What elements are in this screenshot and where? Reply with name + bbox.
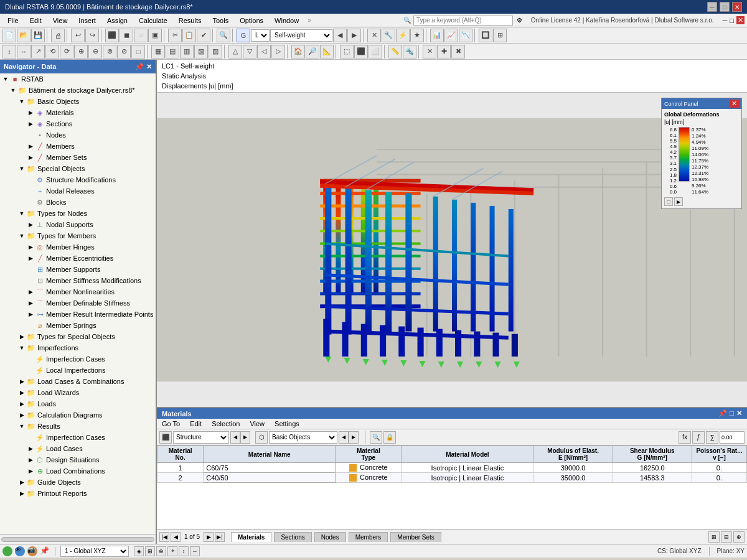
menu-results[interactable]: Results [174, 16, 207, 26]
row2-name[interactable]: C40/50 [204, 473, 336, 483]
t2-4[interactable]: ⟲ [45, 45, 59, 58]
nav-sections[interactable]: ▶ ◈ Sections [0, 118, 156, 129]
max-icon[interactable]: □ [730, 17, 734, 24]
nav-results[interactable]: ▼ 📁 Results [0, 421, 156, 432]
t2-27[interactable]: 🔩 [403, 45, 416, 58]
new-btn[interactable]: 📄 [2, 29, 16, 42]
nav-close-icon[interactable]: ✕ [146, 63, 152, 71]
nav-load-wizards[interactable]: ▶ 📁 Load Wizards [0, 387, 156, 398]
page-navigation[interactable]: |◀ ◀ 1 of 5 ▶ ▶| [159, 532, 225, 542]
viewport-3d[interactable]: Control Panel ✕ Global Deformations |u| … [157, 93, 747, 407]
mat-next2-btn[interactable]: ▶ [349, 431, 359, 444]
mat-structure-select[interactable]: Structure [173, 431, 229, 444]
nav-member-sets[interactable]: ▶ ╱ Member Sets [0, 152, 156, 163]
tb3[interactable]: ⬛ [105, 29, 119, 42]
menu-edit[interactable]: Edit [25, 16, 47, 26]
t2-25[interactable]: ⬜ [369, 45, 382, 58]
tab-nodes[interactable]: Nodes [314, 532, 346, 542]
nav-nodal-releases[interactable]: ⌁ Nodal Releases [0, 185, 156, 197]
bt-icon1[interactable]: ⊞ [708, 531, 720, 543]
tb19[interactable]: 🔲 [479, 29, 492, 42]
menu-calculate[interactable]: Calculate [134, 16, 172, 26]
nav-member-def-stiff[interactable]: ▶ ⌒ Member Definable Stiffness [0, 297, 156, 309]
t2-7[interactable]: ⊖ [88, 45, 102, 58]
nav-member-stiffness[interactable]: ⊡ Member Stiffness Modifications [0, 275, 156, 286]
nav-guide-objects[interactable]: ▶ 📁 Guide Objects [0, 477, 156, 488]
mat-lock-btn[interactable]: 🔒 [383, 431, 396, 444]
tb6[interactable]: ▣ [148, 29, 162, 42]
t2-11[interactable]: ▦ [151, 45, 165, 58]
menu-assign[interactable]: Assign [102, 16, 133, 26]
nav-local-imperf[interactable]: ⚡ Local Imperfections [0, 365, 156, 376]
search-input[interactable] [413, 16, 513, 26]
t2-1[interactable]: ↕ [2, 45, 16, 58]
menu-window[interactable]: Window [270, 16, 304, 26]
table-row[interactable]: 2 C40/50 Concrete Isotropic | Linear Ela… [157, 473, 747, 483]
nav-imperf-cases2[interactable]: ⚡ Imperfection Cases [0, 432, 156, 443]
close-icon[interactable]: ✕ [736, 16, 745, 24]
window-controls[interactable]: ─ □ ✕ [707, 2, 742, 12]
mat-filter-btn[interactable]: 🔍 [370, 431, 382, 444]
nav-member-hinges[interactable]: ▶ ◎ Member Hinges [0, 241, 156, 253]
t2-12[interactable]: ▤ [166, 45, 179, 58]
materials-header-controls[interactable]: 📌 □ ✕ [718, 409, 742, 418]
nav-imperfections[interactable]: ▼ 📁 Imperfections [0, 342, 156, 353]
prev-lc[interactable]: ◀ [333, 29, 347, 42]
t2-2[interactable]: ↔ [17, 45, 31, 58]
tb5[interactable]: ◽ [134, 29, 148, 42]
lc-name-select[interactable]: Self-weight [270, 29, 332, 42]
nav-pin-icon[interactable]: 📌 [135, 63, 144, 71]
nav-types-nodes[interactable]: ▼ 📁 Types for Nodes [0, 208, 156, 219]
mat-expand-icon[interactable]: □ [730, 409, 734, 418]
nav-rstab[interactable]: ▼ ■ RSTAB [0, 73, 156, 85]
min-icon[interactable]: ─ [723, 17, 728, 24]
t2-13[interactable]: ▥ [180, 45, 194, 58]
tb18[interactable]: 📉 [459, 29, 472, 42]
t2-3[interactable]: ↗ [31, 45, 45, 58]
st-icon6[interactable]: ↔ [190, 546, 200, 556]
t2-20[interactable]: 🏠 [291, 45, 305, 58]
tb4[interactable]: ◼ [120, 29, 133, 42]
t2-6[interactable]: ⊕ [74, 45, 88, 58]
table-row[interactable]: 1 C60/75 Concrete Isotropic | Linear Ela… [157, 463, 747, 473]
cp-btn2[interactable]: ▶ [674, 197, 683, 206]
nav-types-special[interactable]: ▶ 📁 Types for Special Objects [0, 331, 156, 342]
nav-members[interactable]: ▶ ╱ Members [0, 141, 156, 152]
t2-19[interactable]: ▷ [271, 45, 285, 58]
t2-24[interactable]: ⬛ [354, 45, 368, 58]
tb15[interactable]: ★ [410, 29, 424, 42]
menu-insert[interactable]: Insert [73, 16, 101, 26]
nav-struct-mod[interactable]: ⚙ Structure Modifications [0, 174, 156, 185]
t2-5[interactable]: ⟳ [60, 45, 73, 58]
nav-imperf-cases[interactable]: ⚡ Imperfection Cases [0, 353, 156, 365]
redo-btn[interactable]: ↪ [85, 29, 99, 42]
mat-goto[interactable]: Go To [159, 419, 182, 428]
row1-name[interactable]: C60/75 [204, 463, 336, 473]
nav-special-objects[interactable]: ▼ 📁 Special Objects [0, 163, 156, 174]
nav-member-result-int[interactable]: ▶ ⊶ Member Result Intermediate Points [0, 309, 156, 320]
menu-file[interactable]: File [2, 16, 24, 26]
status-green-dot[interactable] [2, 546, 12, 556]
nav-materials[interactable]: ▶ ◈ Materials [0, 107, 156, 118]
last-page-btn[interactable]: ▶| [215, 532, 225, 542]
mat-prev-btn[interactable]: ◀ [230, 431, 240, 444]
t2-28[interactable]: ✕ [423, 45, 436, 58]
tb9[interactable]: ✔ [197, 29, 210, 42]
mat-structure-icon[interactable]: ⬛ [159, 431, 172, 444]
tab-member-sets[interactable]: Member Sets [390, 532, 441, 542]
prev-page-btn[interactable]: ◀ [171, 532, 181, 542]
bt-icon2[interactable]: ⊟ [721, 531, 732, 543]
mat-fx-btn[interactable]: fx [679, 431, 691, 444]
next-page-btn[interactable]: ▶ [204, 532, 214, 542]
nav-calc-diagrams[interactable]: ▶ 📁 Calculation Diagrams [0, 409, 156, 421]
tb12[interactable]: ✕ [367, 29, 381, 42]
tb13[interactable]: 🔧 [382, 29, 395, 42]
t2-21[interactable]: 🔎 [306, 45, 319, 58]
status-cam-btn[interactable]: 📷 [27, 546, 37, 556]
tb11[interactable]: G [237, 29, 250, 42]
mat-selection[interactable]: Selection [209, 419, 242, 428]
t2-17[interactable]: ▽ [243, 45, 256, 58]
t2-15[interactable]: ▨ [209, 45, 222, 58]
mat-prev2-btn[interactable]: ◀ [339, 431, 349, 444]
nav-member-eccentricities[interactable]: ▶ ╱ Member Eccentricities [0, 253, 156, 264]
